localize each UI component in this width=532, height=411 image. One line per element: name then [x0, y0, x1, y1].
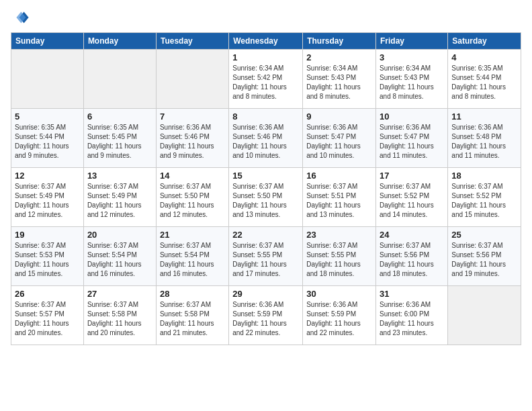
day-detail: Sunrise: 6:36 AM Sunset: 5:59 PM Dayligh… [232, 300, 299, 338]
weekday-header: Monday [83, 33, 156, 50]
day-detail: Sunrise: 6:35 AM Sunset: 5:44 PM Dayligh… [15, 123, 80, 161]
calendar-cell: 9Sunrise: 6:36 AM Sunset: 5:47 PM Daylig… [303, 109, 376, 168]
calendar-cell: 6Sunrise: 6:35 AM Sunset: 5:45 PM Daylig… [83, 109, 156, 168]
day-detail: Sunrise: 6:36 AM Sunset: 6:00 PM Dayligh… [380, 300, 444, 338]
calendar-week-row: 5Sunrise: 6:35 AM Sunset: 5:44 PM Daylig… [11, 109, 521, 168]
day-number: 16 [306, 171, 372, 181]
day-detail: Sunrise: 6:36 AM Sunset: 5:46 PM Dayligh… [160, 123, 225, 161]
calendar-cell: 22Sunrise: 6:37 AM Sunset: 5:55 PM Dayli… [229, 227, 303, 286]
day-number: 22 [232, 230, 299, 240]
logo [11, 8, 31, 27]
day-number: 23 [306, 230, 372, 240]
day-number: 31 [380, 289, 444, 299]
day-number: 10 [380, 111, 444, 122]
weekday-header: Tuesday [156, 33, 228, 50]
calendar-cell [448, 286, 521, 345]
weekday-header: Friday [376, 33, 448, 50]
day-detail: Sunrise: 6:37 AM Sunset: 5:54 PM Dayligh… [160, 241, 225, 279]
weekday-header: Thursday [303, 33, 376, 50]
day-detail: Sunrise: 6:37 AM Sunset: 5:55 PM Dayligh… [232, 241, 299, 279]
day-number: 13 [87, 171, 152, 181]
day-number: 11 [451, 111, 517, 122]
day-number: 6 [87, 111, 152, 122]
calendar-cell: 4Sunrise: 6:35 AM Sunset: 5:44 PM Daylig… [448, 50, 521, 109]
day-number: 27 [87, 289, 152, 299]
day-detail: Sunrise: 6:37 AM Sunset: 5:49 PM Dayligh… [87, 182, 152, 220]
day-number: 8 [232, 111, 299, 122]
day-number: 24 [380, 230, 444, 240]
day-number: 19 [15, 230, 80, 240]
day-detail: Sunrise: 6:37 AM Sunset: 5:53 PM Dayligh… [15, 241, 80, 279]
weekday-header: Sunday [11, 33, 84, 50]
calendar-cell: 26Sunrise: 6:37 AM Sunset: 5:57 PM Dayli… [11, 286, 84, 345]
day-number: 14 [160, 171, 225, 181]
calendar-cell: 15Sunrise: 6:37 AM Sunset: 5:50 PM Dayli… [229, 168, 303, 227]
calendar-cell: 17Sunrise: 6:37 AM Sunset: 5:52 PM Dayli… [376, 168, 448, 227]
calendar-cell: 16Sunrise: 6:37 AM Sunset: 5:51 PM Dayli… [303, 168, 376, 227]
day-detail: Sunrise: 6:37 AM Sunset: 5:55 PM Dayligh… [306, 241, 372, 279]
day-number: 25 [451, 230, 517, 240]
day-detail: Sunrise: 6:36 AM Sunset: 5:48 PM Dayligh… [451, 123, 517, 161]
calendar-cell: 27Sunrise: 6:37 AM Sunset: 5:58 PM Dayli… [83, 286, 156, 345]
logo-icon [11, 8, 30, 27]
day-detail: Sunrise: 6:34 AM Sunset: 5:43 PM Dayligh… [380, 64, 444, 101]
calendar-cell: 18Sunrise: 6:37 AM Sunset: 5:52 PM Dayli… [448, 168, 521, 227]
day-detail: Sunrise: 6:37 AM Sunset: 5:50 PM Dayligh… [160, 182, 225, 220]
day-number: 1 [232, 52, 299, 62]
day-number: 5 [15, 111, 80, 122]
calendar-cell: 2Sunrise: 6:34 AM Sunset: 5:43 PM Daylig… [303, 50, 376, 109]
day-detail: Sunrise: 6:36 AM Sunset: 5:46 PM Dayligh… [232, 123, 299, 161]
day-detail: Sunrise: 6:37 AM Sunset: 5:56 PM Dayligh… [451, 241, 517, 279]
calendar-cell: 1Sunrise: 6:34 AM Sunset: 5:42 PM Daylig… [229, 50, 303, 109]
calendar-week-row: 1Sunrise: 6:34 AM Sunset: 5:42 PM Daylig… [11, 50, 521, 109]
day-detail: Sunrise: 6:34 AM Sunset: 5:43 PM Dayligh… [306, 64, 372, 101]
calendar-cell: 23Sunrise: 6:37 AM Sunset: 5:55 PM Dayli… [303, 227, 376, 286]
day-number: 9 [306, 111, 372, 122]
calendar-cell [11, 50, 84, 109]
day-detail: Sunrise: 6:35 AM Sunset: 5:44 PM Dayligh… [451, 64, 517, 101]
weekday-header: Wednesday [229, 33, 303, 50]
day-detail: Sunrise: 6:37 AM Sunset: 5:56 PM Dayligh… [380, 241, 444, 279]
calendar-week-row: 12Sunrise: 6:37 AM Sunset: 5:49 PM Dayli… [11, 168, 521, 227]
day-number: 17 [380, 171, 444, 181]
day-number: 12 [15, 171, 80, 181]
day-number: 30 [306, 289, 372, 299]
calendar-cell: 10Sunrise: 6:36 AM Sunset: 5:47 PM Dayli… [376, 109, 448, 168]
day-number: 20 [87, 230, 152, 240]
page: SundayMondayTuesdayWednesdayThursdayFrid… [0, 0, 532, 411]
weekday-header-row: SundayMondayTuesdayWednesdayThursdayFrid… [11, 33, 521, 50]
calendar-week-row: 26Sunrise: 6:37 AM Sunset: 5:57 PM Dayli… [11, 286, 521, 345]
day-number: 3 [380, 52, 444, 62]
calendar-table: SundayMondayTuesdayWednesdayThursdayFrid… [11, 32, 521, 345]
day-number: 21 [160, 230, 225, 240]
day-detail: Sunrise: 6:36 AM Sunset: 5:47 PM Dayligh… [380, 123, 444, 161]
day-detail: Sunrise: 6:37 AM Sunset: 5:58 PM Dayligh… [160, 300, 225, 338]
calendar-cell: 14Sunrise: 6:37 AM Sunset: 5:50 PM Dayli… [156, 168, 228, 227]
calendar-cell: 3Sunrise: 6:34 AM Sunset: 5:43 PM Daylig… [376, 50, 448, 109]
header [11, 8, 521, 27]
day-number: 2 [306, 52, 372, 62]
day-detail: Sunrise: 6:37 AM Sunset: 5:52 PM Dayligh… [380, 182, 444, 220]
day-number: 18 [451, 171, 517, 181]
day-number: 28 [160, 289, 225, 299]
day-detail: Sunrise: 6:37 AM Sunset: 5:54 PM Dayligh… [87, 241, 152, 279]
day-number: 26 [15, 289, 80, 299]
calendar-cell [156, 50, 228, 109]
day-detail: Sunrise: 6:34 AM Sunset: 5:42 PM Dayligh… [232, 64, 299, 101]
day-number: 4 [451, 52, 517, 62]
calendar-cell: 30Sunrise: 6:36 AM Sunset: 5:59 PM Dayli… [303, 286, 376, 345]
calendar-cell: 20Sunrise: 6:37 AM Sunset: 5:54 PM Dayli… [83, 227, 156, 286]
day-detail: Sunrise: 6:37 AM Sunset: 5:50 PM Dayligh… [232, 182, 299, 220]
day-number: 7 [160, 111, 225, 122]
calendar-cell: 5Sunrise: 6:35 AM Sunset: 5:44 PM Daylig… [11, 109, 84, 168]
calendar-cell: 24Sunrise: 6:37 AM Sunset: 5:56 PM Dayli… [376, 227, 448, 286]
calendar-cell: 12Sunrise: 6:37 AM Sunset: 5:49 PM Dayli… [11, 168, 84, 227]
day-detail: Sunrise: 6:37 AM Sunset: 5:58 PM Dayligh… [87, 300, 152, 338]
calendar-week-row: 19Sunrise: 6:37 AM Sunset: 5:53 PM Dayli… [11, 227, 521, 286]
calendar-cell: 7Sunrise: 6:36 AM Sunset: 5:46 PM Daylig… [156, 109, 228, 168]
calendar-cell: 25Sunrise: 6:37 AM Sunset: 5:56 PM Dayli… [448, 227, 521, 286]
calendar-cell [83, 50, 156, 109]
day-detail: Sunrise: 6:37 AM Sunset: 5:51 PM Dayligh… [306, 182, 372, 220]
day-detail: Sunrise: 6:37 AM Sunset: 5:49 PM Dayligh… [15, 182, 80, 220]
day-detail: Sunrise: 6:37 AM Sunset: 5:57 PM Dayligh… [15, 300, 80, 338]
